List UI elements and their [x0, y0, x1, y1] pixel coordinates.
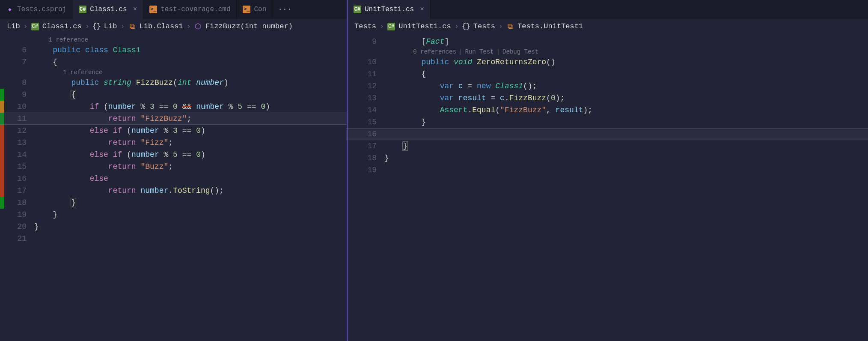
code-line[interactable]: var c = new Class1();	[384, 80, 868, 92]
code-line[interactable]: else if (number % 5 == 0)	[34, 149, 347, 161]
line-number: 18	[352, 152, 377, 164]
line-number: 11	[352, 68, 377, 80]
breadcrumb-item[interactable]: Lib	[7, 22, 20, 30]
tab-tests-csproj[interactable]: ◆ Tests.csproj	[0, 0, 73, 19]
breadcrumb-item[interactable]: Tests	[354, 22, 376, 30]
coverage-marker	[0, 89, 4, 101]
line-number: 9	[4, 89, 27, 101]
breadcrumb-item[interactable]: Lib	[104, 22, 117, 30]
class-icon: ⧉	[128, 23, 136, 30]
code-line[interactable]	[384, 128, 868, 140]
chevron-right-icon: ›	[499, 22, 503, 30]
coverage-marker	[348, 140, 352, 152]
tab-overflow-button[interactable]: ···	[273, 0, 297, 19]
line-number: 11	[4, 113, 27, 125]
code-line[interactable]: }	[34, 197, 347, 209]
code-line[interactable]: }	[34, 209, 347, 221]
line-number: 17	[4, 185, 27, 197]
code-line[interactable]: else if (number % 3 == 0)	[34, 125, 347, 137]
codelens[interactable]: 1 reference	[34, 68, 347, 77]
line-number: 7	[4, 56, 27, 68]
code-editor-left[interactable]: 6789101112131415161718192021 1 reference…	[0, 34, 347, 341]
code-line[interactable]	[34, 233, 347, 245]
coverage-marker	[0, 197, 4, 209]
breadcrumb-item[interactable]: Lib.Class1	[140, 22, 183, 30]
class-icon: ⧉	[506, 23, 514, 30]
coverage-marker	[0, 44, 4, 56]
vs-icon: ◆	[6, 6, 14, 13]
line-number: 6	[4, 44, 27, 56]
namespace-icon: {}	[462, 23, 470, 30]
tab-bar-left: ◆ Tests.csproj C# Class1.cs × >_ test-co…	[0, 0, 347, 19]
chevron-right-icon: ›	[455, 22, 459, 30]
breadcrumb-item[interactable]: Tests	[473, 22, 495, 30]
breadcrumb-item[interactable]: Tests.UnitTest1	[517, 22, 583, 30]
line-number: 12	[4, 125, 27, 137]
code-line[interactable]: }	[384, 140, 868, 152]
code-area[interactable]: [Fact] 0 references|Run Test|Debug Test …	[384, 36, 868, 341]
line-number: 13	[352, 92, 377, 104]
line-number: 20	[4, 221, 27, 233]
line-number: 14	[4, 149, 27, 161]
code-line[interactable]	[384, 164, 868, 176]
code-line[interactable]: var result = c.FizzBuzz(0);	[384, 92, 868, 104]
code-line[interactable]: [Fact]	[384, 36, 868, 48]
tab-label: Class1.cs	[90, 6, 127, 13]
line-number: 12	[352, 80, 377, 92]
close-icon[interactable]: ×	[133, 6, 137, 13]
coverage-marker	[0, 161, 4, 173]
code-line[interactable]: else	[34, 173, 347, 185]
coverage-marker	[0, 221, 4, 233]
code-editor-right[interactable]: 910111213141516171819 [Fact] 0 reference…	[348, 34, 868, 341]
csharp-icon: C#	[387, 23, 395, 30]
code-line[interactable]: public void ZeroReturnsZero()	[384, 56, 868, 68]
coverage-gutter	[0, 36, 4, 341]
chevron-right-icon: ›	[187, 22, 191, 30]
code-line[interactable]: return "Fizz";	[34, 137, 347, 149]
code-area[interactable]: 1 reference public class Class1 { 1 refe…	[34, 36, 347, 341]
tab-label: Con	[254, 6, 266, 13]
code-line[interactable]: {	[34, 56, 347, 68]
coverage-marker	[0, 185, 4, 197]
tab-test-coverage-cmd[interactable]: >_ test-coverage.cmd	[143, 0, 237, 19]
coverage-marker	[0, 77, 4, 89]
breadcrumb-item[interactable]: Class1.cs	[42, 22, 82, 30]
code-line[interactable]: }	[384, 152, 868, 164]
close-icon[interactable]: ×	[420, 6, 424, 13]
chevron-right-icon: ›	[24, 22, 28, 30]
breadcrumb-right[interactable]: Tests › C# UnitTest1.cs › {} Tests › ⧉ T…	[348, 19, 868, 34]
codelens[interactable]: 0 references|Run Test|Debug Test	[384, 48, 868, 56]
chevron-right-icon: ›	[120, 22, 125, 30]
tab-class1-cs[interactable]: C# Class1.cs ×	[73, 0, 143, 19]
coverage-marker	[348, 56, 352, 68]
csharp-icon: C#	[31, 23, 39, 30]
tab-con[interactable]: >_ Con	[237, 0, 273, 19]
coverage-marker	[348, 164, 352, 176]
code-line[interactable]: {	[384, 68, 868, 80]
code-line[interactable]: }	[384, 116, 868, 128]
line-number: 18	[4, 197, 27, 209]
editor-pane-right: C# UnitTest1.cs × Tests › C# UnitTest1.c…	[347, 0, 868, 341]
code-line[interactable]: public class Class1	[34, 44, 347, 56]
coverage-marker	[0, 56, 4, 68]
coverage-marker	[348, 68, 352, 80]
code-line[interactable]: }	[34, 221, 347, 233]
breadcrumb-left[interactable]: Lib › C# Class1.cs › {} Lib › ⧉ Lib.Clas…	[0, 19, 347, 34]
code-line[interactable]: public string FizzBuzz(int number)	[34, 77, 347, 89]
code-line[interactable]: return "FizzBuzz";	[34, 113, 347, 125]
line-number: 10	[4, 101, 27, 113]
breadcrumb-item[interactable]: UnitTest1.cs	[398, 22, 451, 30]
code-line[interactable]: return "Buzz";	[34, 161, 347, 173]
code-line[interactable]: if (number % 3 == 0 && number % 5 == 0)	[34, 101, 347, 113]
code-line[interactable]: return number.ToString();	[34, 185, 347, 197]
codelens[interactable]: 1 reference	[34, 36, 347, 44]
code-line[interactable]: {	[34, 89, 347, 101]
editor-pane-left: ◆ Tests.csproj C# Class1.cs × >_ test-co…	[0, 0, 347, 341]
terminal-icon: >_	[149, 6, 157, 13]
tab-unittest1-cs[interactable]: C# UnitTest1.cs ×	[348, 0, 431, 19]
namespace-icon: {}	[93, 23, 101, 30]
tab-label: test-coverage.cmd	[161, 6, 230, 13]
coverage-marker	[0, 233, 4, 245]
code-line[interactable]: Assert.Equal("FizzBuzz", result);	[384, 104, 868, 116]
breadcrumb-item[interactable]: FizzBuzz(int number)	[205, 22, 293, 30]
